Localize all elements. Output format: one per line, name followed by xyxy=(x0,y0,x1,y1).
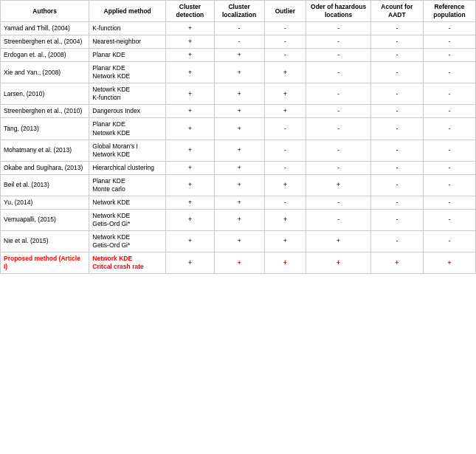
cell-method: Netowrk KDEK-function xyxy=(89,83,166,105)
cell-method: Planar KDE xyxy=(89,49,166,62)
cell-detect: + xyxy=(166,62,215,83)
table-row: Vemuapalli, (2015)Network KDEGetis-Ord G… xyxy=(1,209,476,230)
cell-ref: - xyxy=(423,62,475,83)
cell-acount: - xyxy=(370,230,423,252)
cell-method: Network KDEGetis-Ord Gi* xyxy=(89,230,166,252)
cell-detect: + xyxy=(166,196,215,209)
cell-detect: + xyxy=(166,161,215,174)
cell-method: Planar KDEMonte carlo xyxy=(89,174,166,196)
cell-ref: - xyxy=(423,161,475,174)
cell-acount: - xyxy=(370,118,423,140)
cell-authors: Beil et al. (2013) xyxy=(1,174,89,196)
cell-acount: - xyxy=(370,209,423,230)
cell-authors: Yamad and Thill, (2004) xyxy=(1,22,89,35)
cell-local: + xyxy=(214,230,264,252)
table-row: Okabe and Sugihara, (2013)Hierarchical c… xyxy=(1,161,476,174)
cell-order: - xyxy=(306,196,370,209)
table-row: Erdogan et. al., (2008)Planar KDE++---- xyxy=(1,49,476,62)
cell-outlier: + xyxy=(264,62,306,83)
cell-local: + xyxy=(214,161,264,174)
cell-authors: Erdogan et. al., (2008) xyxy=(1,49,89,62)
cell-local: + xyxy=(214,62,264,83)
cell-detect: + xyxy=(166,118,215,140)
cell-authors: Xie and Yan., (2008) xyxy=(1,62,89,83)
header-method: Applied method xyxy=(89,1,166,22)
cell-acount: - xyxy=(370,174,423,196)
cell-acount: - xyxy=(370,62,423,83)
cell-local: + xyxy=(214,196,264,209)
cell-outlier: - xyxy=(264,49,306,62)
cell-acount: - xyxy=(370,49,423,62)
cell-order: - xyxy=(306,209,370,230)
cell-method: Network KDEGetis-Ord Gi* xyxy=(89,209,166,230)
cell-outlier: + xyxy=(264,105,306,118)
cell-acount: + xyxy=(370,252,423,274)
cell-detect: + xyxy=(166,174,215,196)
cell-ref: - xyxy=(423,105,475,118)
table-row: Tang, (2013)Planar KDENetowrk KDE++---- xyxy=(1,118,476,140)
cell-local: + xyxy=(214,49,264,62)
table-header-row: Authors Applied method Cluster detection… xyxy=(1,1,476,22)
cell-order: - xyxy=(306,62,370,83)
cell-outlier: + xyxy=(264,83,306,105)
cell-local: + xyxy=(214,105,264,118)
cell-order: - xyxy=(306,49,370,62)
cell-order: - xyxy=(306,22,370,35)
cell-authors: Vemuapalli, (2015) xyxy=(1,209,89,230)
header-outlier: Outlier xyxy=(264,1,306,22)
cell-outlier: + xyxy=(264,174,306,196)
cell-detect: + xyxy=(166,252,215,274)
cell-authors: Mohatmany et al. (2013) xyxy=(1,140,89,161)
cell-method: Global Moran's INetwork KDE xyxy=(89,140,166,161)
cell-detect: + xyxy=(166,22,215,35)
cell-method: Network KDE xyxy=(89,196,166,209)
cell-method: Nearest-neighbor xyxy=(89,35,166,49)
table-row: Streenberghen et al., (2004)Nearest-neig… xyxy=(1,35,476,49)
cell-order: + xyxy=(306,230,370,252)
cell-local: + xyxy=(214,209,264,230)
cell-detect: + xyxy=(166,105,215,118)
header-local: Cluster localization xyxy=(214,1,264,22)
cell-order: + xyxy=(306,174,370,196)
cell-ref: - xyxy=(423,49,475,62)
cell-outlier: - xyxy=(264,35,306,49)
cell-authors: Yu, (2014) xyxy=(1,196,89,209)
cell-detect: + xyxy=(166,49,215,62)
cell-method: Hierarchical clustering xyxy=(89,161,166,174)
table-row: Streenberghen et al., (2010)Dangerous In… xyxy=(1,105,476,118)
cell-authors: Tang, (2013) xyxy=(1,118,89,140)
cell-acount: - xyxy=(370,196,423,209)
cell-method: Network KDECritcal crash rate xyxy=(89,252,166,274)
cell-ref: - xyxy=(423,209,475,230)
cell-local: + xyxy=(214,140,264,161)
table-row: Nie et al. (2015)Network KDEGetis-Ord Gi… xyxy=(1,230,476,252)
header-authors: Authors xyxy=(1,1,89,22)
cell-outlier: + xyxy=(264,209,306,230)
cell-outlier: + xyxy=(264,252,306,274)
cell-order: - xyxy=(306,140,370,161)
cell-local: + xyxy=(214,83,264,105)
cell-authors: Streenberghen et al., (2004) xyxy=(1,35,89,49)
cell-ref: - xyxy=(423,22,475,35)
cell-local: + xyxy=(214,252,264,274)
header-ref: Reference population xyxy=(423,1,475,22)
cell-ref: - xyxy=(423,230,475,252)
cell-authors: Nie et al. (2015) xyxy=(1,230,89,252)
cell-ref: - xyxy=(423,196,475,209)
cell-local: - xyxy=(214,35,264,49)
table-row: Beil et al. (2013)Planar KDEMonte carlo+… xyxy=(1,174,476,196)
cell-ref: + xyxy=(423,252,475,274)
cell-outlier: - xyxy=(264,118,306,140)
cell-acount: - xyxy=(370,140,423,161)
cell-ref: - xyxy=(423,140,475,161)
cell-detect: + xyxy=(166,83,215,105)
comparison-table: Authors Applied method Cluster detection… xyxy=(0,0,476,274)
cell-order: - xyxy=(306,118,370,140)
cell-authors: Larsen, (2010) xyxy=(1,83,89,105)
cell-acount: - xyxy=(370,161,423,174)
header-acount: Acount for AADT xyxy=(370,1,423,22)
cell-ref: - xyxy=(423,35,475,49)
table-row: Yamad and Thill, (2004)K-function+----- xyxy=(1,22,476,35)
table-row: Mohatmany et al. (2013)Global Moran's IN… xyxy=(1,140,476,161)
cell-local: - xyxy=(214,22,264,35)
